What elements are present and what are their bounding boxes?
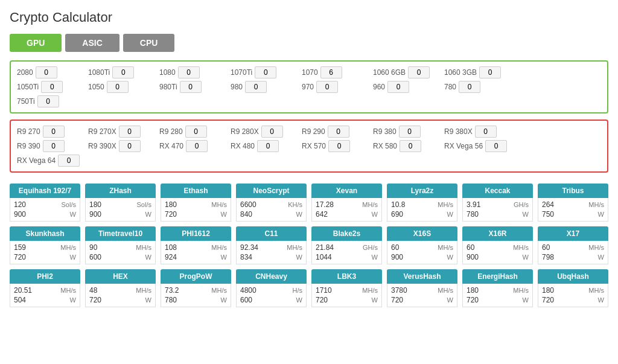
- algo-card: CNHeavy4800H/s600W: [236, 269, 307, 307]
- algo-speed-unit: MH/s: [211, 287, 227, 294]
- algo-speed-unit: Sol/s: [62, 201, 76, 208]
- gpu-quantity-input[interactable]: [180, 81, 202, 93]
- algo-speed-unit: MH/s: [438, 287, 453, 294]
- gpu-quantity-input[interactable]: [400, 140, 421, 152]
- nvidia-gpu-section: 20801080Ti10801070Ti10701060 6GB1060 3GB…: [10, 60, 608, 113]
- gpu-label: R9 380X: [444, 127, 473, 136]
- algo-power-value: 900: [14, 210, 26, 219]
- algo-speed-value: 159: [14, 243, 26, 252]
- algo-power-row: 900W: [467, 253, 529, 261]
- algo-power-row: 690W: [391, 210, 453, 219]
- gpu-quantity-input[interactable]: [119, 140, 141, 152]
- algo-speed-unit: MH/s: [211, 244, 227, 251]
- gpu-quantity-input[interactable]: [43, 140, 65, 152]
- algo-power-value: 900: [467, 253, 479, 261]
- algo-card: C1192.34MH/s834W: [236, 226, 307, 264]
- algo-name: CNHeavy: [236, 269, 307, 284]
- gpu-label: 1060 6GB: [373, 68, 406, 77]
- algo-speed-row: 180MH/s: [467, 286, 529, 295]
- gpu-item: 1060 3GB: [444, 66, 515, 78]
- algo-speed-row: 73.2MH/s: [165, 286, 227, 295]
- algo-speed-value: 3780: [391, 286, 407, 295]
- gpu-quantity-input[interactable]: [43, 126, 65, 138]
- gpu-item: R9 380X: [444, 126, 515, 138]
- algo-speed-unit: MH/s: [362, 201, 378, 208]
- algo-name: Xevan: [311, 184, 382, 198]
- algo-speed-value: 10.8: [391, 200, 405, 209]
- algo-power-value: 600: [89, 253, 101, 261]
- gpu-item: RX Vega 64: [17, 155, 88, 167]
- gpu-item: 1070Ti: [231, 66, 302, 78]
- algo-speed-row: 6600KH/s: [240, 200, 302, 209]
- algo-card: LBK31710MH/s720W: [311, 269, 382, 307]
- gpu-quantity-input[interactable]: [245, 81, 267, 93]
- algo-speed-row: 3780MH/s: [391, 286, 453, 295]
- gpu-label: 980Ti: [159, 83, 177, 91]
- algo-card: ZHash180Sol/s900W: [85, 184, 156, 222]
- algo-speed-value: 60: [542, 243, 550, 252]
- algo-card: PHI1612108MH/s924W: [161, 226, 231, 264]
- algo-power-unit: W: [221, 254, 227, 261]
- algo-power-value: 834: [240, 253, 252, 261]
- gpu-label: 1070Ti: [231, 68, 252, 77]
- algo-speed-row: 1710MH/s: [316, 286, 378, 295]
- gpu-quantity-input[interactable]: [328, 140, 350, 152]
- algo-speed-unit: MH/s: [588, 287, 604, 294]
- algo-speed-value: 21.84: [316, 243, 334, 252]
- algo-power-unit: W: [372, 296, 378, 304]
- gpu-quantity-input[interactable]: [37, 95, 59, 107]
- algo-name: Lyra2z: [387, 184, 457, 198]
- algo-speed-row: 10.8MH/s: [391, 200, 453, 209]
- algo-name: Ethash: [161, 184, 231, 198]
- gpu-quantity-input[interactable]: [186, 140, 208, 152]
- algo-speed-row: 108MH/s: [165, 243, 227, 252]
- algo-speed-row: 48MH/s: [89, 286, 151, 295]
- algo-speed-value: 48: [89, 286, 97, 295]
- gpu-quantity-input[interactable]: [479, 66, 501, 78]
- gpu-item: 1060 6GB: [373, 66, 444, 78]
- gpu-quantity-input[interactable]: [119, 126, 141, 138]
- gpu-quantity-input[interactable]: [36, 66, 57, 78]
- gpu-quantity-input[interactable]: [255, 66, 276, 78]
- algo-speed-unit: GH/s: [363, 244, 378, 251]
- gpu-quantity-input[interactable]: [459, 81, 480, 93]
- gpu-item: RX 570: [302, 140, 373, 152]
- gpu-quantity-input[interactable]: [399, 126, 421, 138]
- algo-speed-row: 21.84GH/s: [316, 243, 378, 252]
- gpu-quantity-input[interactable]: [112, 66, 134, 78]
- gpu-label: 1080Ti: [88, 68, 110, 77]
- algo-name: Keccak: [462, 184, 533, 198]
- tab-cpu[interactable]: CPU: [123, 34, 175, 52]
- gpu-label: R9 380: [373, 127, 397, 136]
- algo-card: X16R60MH/s900W: [462, 226, 533, 264]
- tab-gpu[interactable]: GPU: [10, 34, 62, 52]
- gpu-quantity-input[interactable]: [485, 140, 507, 152]
- gpu-quantity-input[interactable]: [58, 155, 80, 167]
- gpu-quantity-input[interactable]: [408, 66, 430, 78]
- gpu-quantity-input[interactable]: [41, 81, 63, 93]
- algo-name: EnergiHash: [462, 269, 533, 284]
- algo-power-unit: W: [523, 254, 529, 261]
- gpu-quantity-input[interactable]: [261, 126, 283, 138]
- algo-card: VerusHash3780MH/s720W: [387, 269, 457, 307]
- gpu-quantity-input[interactable]: [387, 81, 409, 93]
- algo-card: Tribus264MH/s750W: [538, 184, 608, 222]
- gpu-quantity-input[interactable]: [107, 81, 129, 93]
- gpu-row: 20801080Ti10801070Ti10701060 6GB1060 3GB: [17, 66, 601, 78]
- gpu-quantity-input[interactable]: [316, 81, 338, 93]
- algo-speed-row: 180MH/s: [542, 286, 604, 295]
- gpu-quantity-input[interactable]: [320, 66, 342, 78]
- algo-power-value: 720: [14, 253, 26, 261]
- gpu-label: RX Vega 64: [17, 156, 56, 165]
- gpu-quantity-input[interactable]: [185, 126, 207, 138]
- gpu-item: 1080: [159, 66, 231, 78]
- gpu-label: R9 390X: [88, 142, 116, 150]
- gpu-quantity-input[interactable]: [328, 126, 349, 138]
- gpu-quantity-input[interactable]: [475, 126, 497, 138]
- algo-power-unit: W: [372, 254, 378, 261]
- algo-power-unit: W: [598, 254, 604, 261]
- tab-asic[interactable]: ASIC: [65, 34, 119, 52]
- gpu-quantity-input[interactable]: [178, 66, 200, 78]
- algo-speed-value: 1710: [316, 286, 332, 295]
- gpu-quantity-input[interactable]: [257, 140, 279, 152]
